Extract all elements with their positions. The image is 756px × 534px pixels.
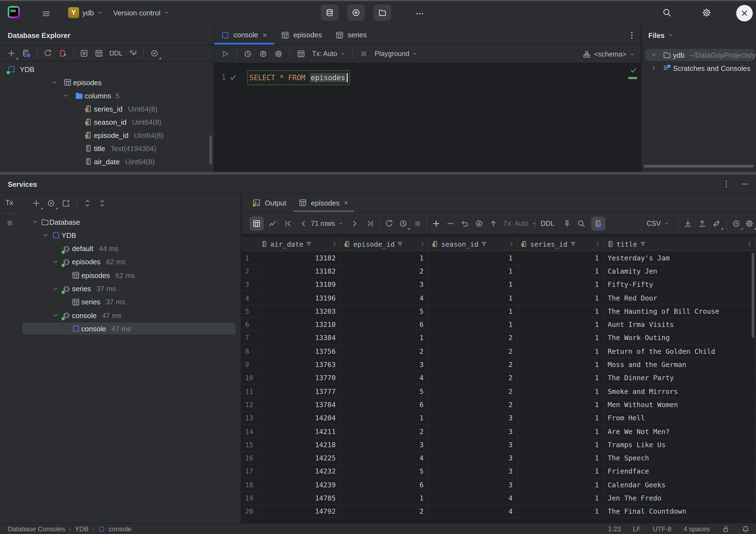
cell-title[interactable]: Return of the Golden Child	[604, 345, 756, 358]
previous-page-icon[interactable]	[299, 219, 308, 228]
column-header-series_id[interactable]: series_id	[518, 237, 604, 251]
line-ending[interactable]: LF	[633, 525, 641, 533]
new-console-icon[interactable]	[62, 199, 70, 208]
files-panel-header[interactable]: Files	[648, 25, 673, 45]
cell-season_id[interactable]: 2	[429, 371, 518, 384]
cell-air_date[interactable]: 13756	[258, 345, 341, 358]
add-data-source-icon[interactable]	[7, 49, 16, 58]
cell-episode_id[interactable]: 2	[341, 345, 429, 358]
revert-icon[interactable]	[460, 219, 469, 228]
cell-season_id[interactable]: 2	[429, 345, 518, 358]
column-filter-button[interactable]	[591, 216, 606, 231]
table-row[interactable]: 413196411The Red Door	[242, 291, 756, 305]
cell-episode_id[interactable]: 1	[341, 332, 429, 344]
cell-air_date[interactable]: 13210	[258, 318, 341, 331]
import-upload-icon[interactable]	[698, 219, 707, 228]
add-row-icon[interactable]	[432, 219, 441, 228]
cell-title[interactable]: Calamity Jen	[604, 265, 756, 278]
chevron-down-icon[interactable]	[651, 52, 657, 58]
view-options-eye-icon[interactable]	[47, 199, 56, 208]
page-size-select[interactable]: 71 rows	[311, 213, 343, 235]
hide-panel-icon[interactable]	[741, 180, 749, 188]
chevron-down-icon[interactable]	[51, 79, 58, 86]
cell-title[interactable]: The Final Countdown	[604, 505, 756, 518]
column-header-air_date[interactable]: air_date	[258, 237, 341, 251]
more-tools-icon[interactable]	[416, 9, 424, 18]
cell-air_date[interactable]: 14239	[258, 478, 341, 491]
tree-item-episodes[interactable]: episodes62 ms	[0, 269, 241, 282]
tx-mode-select[interactable]: Tx: Auto	[312, 50, 346, 58]
search-icon[interactable]	[662, 8, 672, 17]
cell-title[interactable]: The Red Door	[604, 291, 756, 304]
cell-title[interactable]: Jen The Fredo	[604, 492, 756, 505]
table-row[interactable]: 813756221Return of the Golden Child	[242, 345, 756, 358]
cell-episode_id[interactable]: 4	[341, 452, 429, 465]
cell-series_id[interactable]: 1	[518, 332, 604, 344]
tree-item-console[interactable]: console47 ms	[0, 322, 241, 335]
export-download-icon[interactable]	[684, 219, 692, 228]
pin-tab-icon[interactable]	[563, 219, 571, 228]
tree-item-episode_id[interactable]: episode_idUint64(8)	[0, 128, 214, 142]
cell-air_date[interactable]: 14232	[258, 465, 341, 478]
tree-item-season_id[interactable]: season_idUint64(8)	[0, 115, 214, 128]
table-view-icon[interactable]	[297, 49, 306, 58]
chevron-down-icon[interactable]	[42, 232, 49, 239]
cell-season_id[interactable]: 2	[429, 332, 518, 344]
filter-funnel-icon[interactable]	[397, 241, 404, 247]
run-icon[interactable]	[221, 49, 230, 58]
notifications-bell-icon[interactable]	[742, 525, 749, 533]
explorer-scrollbar[interactable]	[209, 135, 212, 165]
table-row[interactable]: 1814239631Calendar Geeks	[242, 478, 756, 492]
parameters-icon[interactable]	[259, 49, 268, 58]
table-row[interactable]: 1213784621Men Without Women	[242, 398, 756, 412]
editor-tab-episodes[interactable]: episodes	[274, 25, 329, 44]
table-row[interactable]: 213182211Calamity Jen	[242, 265, 756, 278]
cell-series_id[interactable]: 1	[518, 425, 604, 438]
cell-season_id[interactable]: 3	[429, 465, 518, 478]
cell-title[interactable]: Fifty-Fifty	[604, 278, 756, 291]
settings-gear-icon[interactable]	[702, 8, 712, 17]
cell-air_date[interactable]: 14225	[258, 452, 341, 465]
cell-season_id[interactable]: 2	[429, 398, 518, 411]
cell-series_id[interactable]: 1	[518, 251, 604, 264]
services-options-icon[interactable]	[722, 180, 731, 188]
cell-title[interactable]: The Speech	[604, 452, 756, 465]
find-icon[interactable]	[577, 219, 586, 228]
table-row[interactable]: 1914785141Jen The Fredo	[242, 492, 756, 505]
cell-episode_id[interactable]: 1	[341, 492, 429, 505]
table-row[interactable]: 913763321Moss and the German	[242, 358, 756, 372]
cell-episode_id[interactable]: 3	[341, 438, 429, 451]
results-tab-episodes[interactable]: episodes	[292, 193, 355, 212]
cell-episode_id[interactable]: 3	[341, 358, 429, 371]
cell-title[interactable]: Friendface	[604, 465, 756, 478]
expand-all-icon[interactable]	[83, 199, 92, 208]
close-tab-icon[interactable]	[343, 200, 349, 205]
tree-item-series[interactable]: series37 ms	[0, 282, 241, 295]
breadcrumb-item[interactable]: console	[109, 525, 132, 533]
indent-setting[interactable]: 4 spaces	[684, 525, 710, 533]
database-tool-button[interactable]	[321, 4, 338, 21]
cell-series_id[interactable]: 1	[518, 492, 604, 505]
cell-series_id[interactable]: 1	[518, 318, 604, 331]
table-row[interactable]: 2014792241The Final Countdown	[242, 505, 756, 518]
cell-season_id[interactable]: 2	[429, 358, 518, 371]
add-service-icon[interactable]	[32, 199, 40, 208]
horizontal-splitter[interactable]	[0, 172, 756, 175]
grid-settings-gear-icon[interactable]	[745, 219, 754, 228]
chevron-down-icon[interactable]	[52, 285, 59, 292]
sql-editor[interactable]: 1 SELECT * FROM episodes	[214, 63, 641, 172]
collapse-all-icon[interactable]	[98, 199, 107, 208]
cell-series_id[interactable]: 1	[518, 478, 604, 491]
cell-title[interactable]: Men Without Women	[604, 398, 756, 411]
cell-title[interactable]: The Work Outing	[604, 332, 756, 344]
history-clock-icon[interactable]	[243, 49, 252, 58]
table-row[interactable]: 1414211231Are We Not Men?	[242, 425, 756, 439]
next-page-icon[interactable]	[351, 219, 359, 228]
cell-season_id[interactable]: 3	[429, 452, 518, 465]
cell-season_id[interactable]: 1	[429, 291, 518, 304]
cell-season_id[interactable]: 3	[429, 438, 518, 451]
cell-series_id[interactable]: 1	[518, 398, 604, 411]
column-header-title[interactable]: title	[604, 237, 756, 251]
cell-air_date[interactable]: 13763	[258, 358, 341, 371]
cell-title[interactable]: Moss and the German	[604, 358, 756, 371]
